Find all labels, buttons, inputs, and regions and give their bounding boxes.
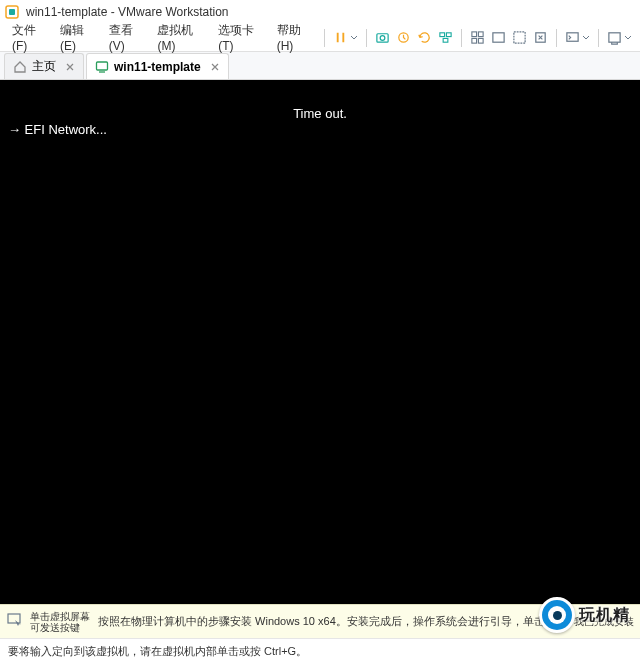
close-icon[interactable]	[210, 62, 220, 72]
app-icon	[4, 4, 20, 20]
tab-vm-label: win11-template	[114, 60, 201, 74]
snapshot-manager-button[interactable]	[394, 27, 413, 49]
separator	[324, 29, 325, 47]
tab-vm[interactable]: win11-template	[86, 53, 229, 79]
vm-icon	[95, 60, 109, 74]
svg-rect-11	[478, 38, 483, 43]
svg-rect-1	[9, 9, 15, 15]
svg-rect-12	[493, 33, 504, 42]
console-view-button[interactable]	[563, 27, 582, 49]
vm-console[interactable]: Time out. → EFI Network...	[0, 80, 640, 604]
pause-button[interactable]	[331, 27, 350, 49]
revert-button[interactable]	[415, 27, 434, 49]
svg-rect-5	[440, 33, 445, 37]
menu-vm[interactable]: 虚拟机(M)	[151, 19, 210, 56]
svg-rect-9	[478, 32, 483, 37]
manage-button[interactable]	[436, 27, 455, 49]
single-view-button[interactable]	[489, 27, 508, 49]
svg-rect-18	[8, 614, 20, 623]
snapshot-button[interactable]	[373, 27, 392, 49]
svg-rect-8	[472, 32, 477, 37]
tab-strip: 主页 win11-template	[0, 52, 640, 80]
menu-tabs[interactable]: 选项卡(T)	[212, 19, 268, 56]
home-icon	[13, 60, 27, 74]
svg-rect-15	[567, 33, 578, 41]
separator	[461, 29, 462, 47]
separator	[366, 29, 367, 47]
stretch-button[interactable]	[605, 27, 624, 49]
window-title: win11-template - VMware Workstation	[26, 5, 229, 19]
helper-hint-line2: 可发送按键	[30, 622, 90, 633]
chevron-down-icon[interactable]	[582, 34, 590, 42]
separator	[598, 29, 599, 47]
chevron-down-icon[interactable]	[624, 34, 632, 42]
close-icon[interactable]	[65, 62, 75, 72]
svg-rect-16	[609, 33, 620, 42]
menu-help[interactable]: 帮助(H)	[271, 19, 318, 56]
console-text-timeout: Time out.	[293, 106, 347, 121]
tab-home[interactable]: 主页	[4, 53, 84, 79]
menu-file[interactable]: 文件(F)	[6, 19, 52, 56]
svg-point-3	[380, 36, 385, 41]
finish-install-button[interactable]: 我已完成安装	[574, 615, 634, 629]
menu-bar: 文件(F) 编辑(E) 查看(V) 虚拟机(M) 选项卡(T) 帮助(H)	[0, 24, 640, 52]
helper-message: 按照在物理计算机中的步骤安装 Windows 10 x64。安装完成后，操作系统…	[98, 614, 566, 629]
helper-bar: 单击虚拟屏幕 可发送按键 按照在物理计算机中的步骤安装 Windows 10 x…	[0, 604, 640, 638]
thumbnail-view-button[interactable]	[468, 27, 487, 49]
console-text-efi: → EFI Network...	[8, 122, 107, 137]
svg-rect-10	[472, 38, 477, 43]
svg-rect-7	[443, 38, 448, 42]
svg-rect-6	[446, 33, 451, 37]
status-text: 要将输入定向到该虚拟机，请在虚拟机内部单击或按 Ctrl+G。	[8, 644, 307, 659]
separator	[556, 29, 557, 47]
svg-rect-13	[514, 32, 525, 43]
status-bar: 要将输入定向到该虚拟机，请在虚拟机内部单击或按 Ctrl+G。	[0, 638, 640, 663]
tab-home-label: 主页	[32, 58, 56, 75]
svg-rect-17	[97, 62, 108, 70]
helper-hint: 单击虚拟屏幕 可发送按键	[6, 611, 90, 633]
menu-edit[interactable]: 编辑(E)	[54, 19, 101, 56]
helper-hint-line1: 单击虚拟屏幕	[30, 611, 90, 622]
screen-click-icon	[6, 611, 24, 631]
fullscreen-button[interactable]	[510, 27, 529, 49]
unity-button[interactable]	[531, 27, 550, 49]
menu-view[interactable]: 查看(V)	[103, 19, 150, 56]
chevron-down-icon[interactable]	[350, 34, 358, 42]
